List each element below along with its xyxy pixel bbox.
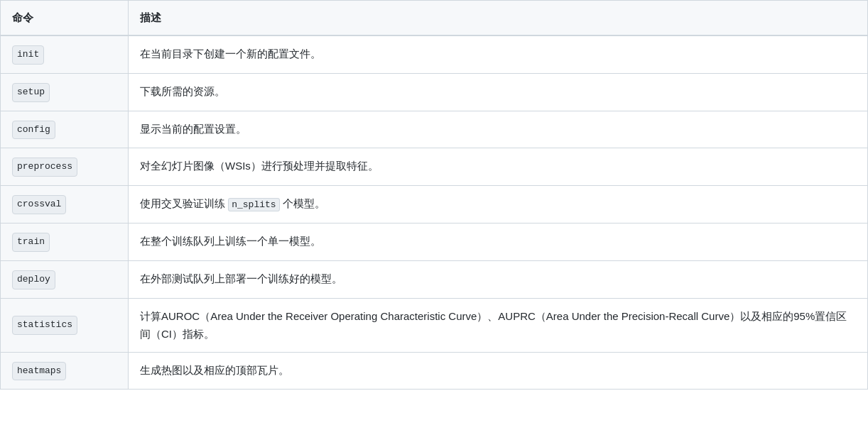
command-cell: train [1,223,129,260]
table-row: crossval使用交叉验证训练 n_splits 个模型。 [1,186,868,224]
table-row: statistics计算AUROC（Area Under the Receive… [1,298,868,352]
command-badge: setup [12,83,50,102]
inline-code: n_splits [228,198,279,211]
command-cell: heatmaps [1,352,129,390]
column-header-description: 描述 [129,1,868,36]
table-row: config显示当前的配置设置。 [1,111,868,148]
table-row: train在整个训练队列上训练一个单一模型。 [1,223,868,260]
table-row: heatmaps生成热图以及相应的顶部瓦片。 [1,352,868,390]
command-badge: config [12,121,55,140]
description-cell: 在当前目录下创建一个新的配置文件。 [129,35,868,73]
command-cell: preprocess [1,148,129,186]
command-cell: setup [1,73,129,111]
description-cell: 计算AUROC（Area Under the Receiver Operatin… [129,298,868,352]
command-cell: statistics [1,298,129,352]
command-badge: train [12,233,50,252]
description-cell: 下载所需的资源。 [129,73,868,111]
command-badge: init [12,45,44,65]
command-cell: deploy [1,260,129,298]
table-row: setup下载所需的资源。 [1,73,868,111]
command-badge: crossval [12,195,66,214]
command-badge: heatmaps [12,362,66,381]
description-cell: 对全幻灯片图像（WSIs）进行预处理并提取特征。 [129,148,868,186]
table-row: deploy在外部测试队列上部署一个训练好的模型。 [1,260,868,298]
table-header-row: 命令 描述 [1,1,868,36]
command-badge: statistics [12,316,77,335]
description-cell: 生成热图以及相应的顶部瓦片。 [129,352,868,390]
description-cell: 在整个训练队列上训练一个单一模型。 [129,223,868,260]
description-cell: 在外部测试队列上部署一个训练好的模型。 [129,260,868,298]
commands-table: 命令 描述 init在当前目录下创建一个新的配置文件。setup下载所需的资源。… [0,0,868,390]
command-cell: crossval [1,186,129,224]
description-cell: 使用交叉验证训练 n_splits 个模型。 [129,186,868,224]
command-badge: deploy [12,270,55,289]
main-container: 命令 描述 init在当前目录下创建一个新的配置文件。setup下载所需的资源。… [0,0,868,447]
column-header-command: 命令 [1,1,129,36]
description-cell: 显示当前的配置设置。 [129,111,868,148]
command-cell: init [1,35,129,73]
table-row: preprocess对全幻灯片图像（WSIs）进行预处理并提取特征。 [1,148,868,186]
command-cell: config [1,111,129,148]
command-badge: preprocess [12,158,77,177]
table-row: init在当前目录下创建一个新的配置文件。 [1,35,868,73]
